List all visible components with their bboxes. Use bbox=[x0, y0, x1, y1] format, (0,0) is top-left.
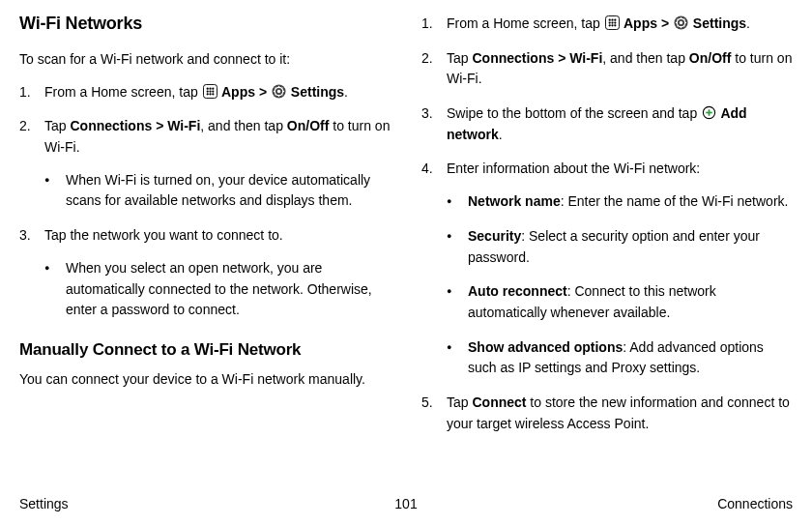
page-footer: Settings 101 Connections bbox=[19, 496, 793, 511]
svg-point-30 bbox=[614, 24, 616, 26]
intro-text: To scan for a Wi-Fi network and connect … bbox=[19, 49, 391, 71]
svg-point-5 bbox=[209, 90, 211, 92]
step-4: Enter information about the Wi-Fi networ… bbox=[421, 159, 793, 379]
sub-bullets: Network name: Enter the name of the Wi-F… bbox=[447, 191, 793, 379]
bullet-item: When Wi-Fi is turned on, your device aut… bbox=[44, 170, 391, 212]
svg-point-22 bbox=[608, 19, 610, 21]
svg-point-28 bbox=[608, 24, 610, 26]
svg-point-12 bbox=[277, 90, 280, 93]
svg-point-9 bbox=[212, 93, 214, 95]
svg-point-6 bbox=[212, 90, 214, 92]
svg-point-23 bbox=[611, 19, 613, 21]
section-heading: Wi-Fi Networks bbox=[19, 14, 391, 34]
sub-bullets: When you select an open network, you are… bbox=[44, 258, 391, 321]
settings-icon bbox=[272, 84, 286, 99]
svg-point-24 bbox=[614, 19, 616, 21]
add-icon bbox=[702, 105, 716, 120]
svg-point-29 bbox=[611, 24, 613, 26]
bullet-item: When you select an open network, you are… bbox=[44, 258, 391, 321]
svg-point-8 bbox=[209, 93, 211, 95]
step-1: From a Home screen, tap Apps > Settings. bbox=[421, 14, 793, 35]
step-3: Tap the network you want to connect to. … bbox=[19, 225, 391, 321]
step-1: From a Home screen, tap Apps > Settings. bbox=[19, 82, 391, 103]
svg-point-27 bbox=[614, 21, 616, 23]
bullet-item: Auto reconnect: Connect to this network … bbox=[447, 281, 793, 323]
svg-point-4 bbox=[206, 90, 208, 92]
step-3: Swipe to the bottom of the screen and ta… bbox=[421, 103, 793, 145]
left-column: Wi-Fi Networks To scan for a Wi-Fi netwo… bbox=[19, 14, 391, 483]
content-columns: Wi-Fi Networks To scan for a Wi-Fi netwo… bbox=[19, 14, 793, 483]
svg-point-26 bbox=[611, 21, 613, 23]
right-column: From a Home screen, tap Apps > Settings.… bbox=[421, 14, 793, 483]
svg-point-1 bbox=[206, 87, 208, 89]
bullet-item: Show advanced options: Add advanced opti… bbox=[447, 337, 793, 379]
svg-point-25 bbox=[608, 21, 610, 23]
footer-left: Settings bbox=[19, 496, 69, 511]
bullet-item: Network name: Enter the name of the Wi-F… bbox=[447, 191, 793, 213]
footer-right: Connections bbox=[717, 496, 793, 511]
steps-list: From a Home screen, tap Apps > Settings.… bbox=[19, 82, 391, 321]
svg-point-7 bbox=[206, 93, 208, 95]
settings-icon bbox=[674, 15, 688, 30]
manual-intro-text: You can connect your device to a Wi-Fi n… bbox=[19, 369, 391, 391]
subsection-heading: Manually Connect to a Wi-Fi Network bbox=[19, 340, 391, 360]
svg-point-2 bbox=[209, 87, 211, 89]
svg-point-33 bbox=[680, 21, 682, 24]
sub-bullets: When Wi-Fi is turned on, your device aut… bbox=[44, 170, 391, 212]
page-number: 101 bbox=[394, 496, 417, 511]
apps-icon bbox=[605, 15, 620, 30]
svg-point-3 bbox=[212, 87, 214, 89]
step-5: Tap Connect to store the new information… bbox=[421, 393, 793, 434]
apps-icon bbox=[203, 84, 218, 99]
steps-list: From a Home screen, tap Apps > Settings.… bbox=[421, 14, 793, 434]
bullet-item: Security: Select a security option and e… bbox=[447, 226, 793, 268]
step-2: Tap Connections > Wi-Fi, and then tap On… bbox=[19, 116, 391, 212]
step-2: Tap Connections > Wi-Fi, and then tap On… bbox=[421, 48, 793, 90]
